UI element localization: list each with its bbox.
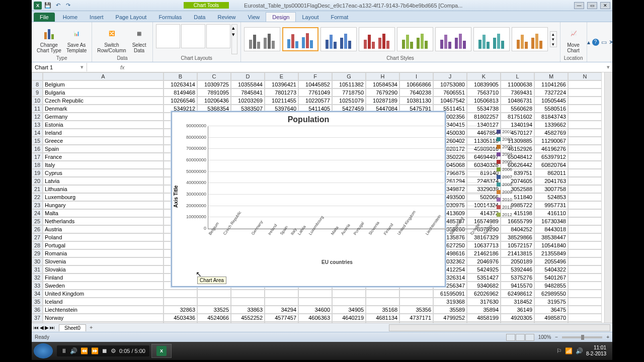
col-header-L[interactable]: L (501, 72, 534, 80)
cell[interactable]: 5404322 (534, 265, 568, 274)
cell[interactable]: 4577457 (265, 314, 298, 322)
cell[interactable]: 81843743 (534, 113, 568, 121)
cell[interactable]: 10445852 (298, 80, 332, 88)
cell[interactable]: 7891095 (197, 88, 231, 97)
tab-data[interactable]: Data (188, 13, 211, 22)
move-chart-button[interactable]: 📈Move Chart (564, 24, 584, 54)
cell[interactable] (366, 298, 399, 306)
cell[interactable]: Slovenia (43, 257, 164, 265)
cell[interactable]: 60820764 (534, 161, 568, 169)
col-header-D[interactable]: D (231, 72, 265, 80)
cell[interactable]: 318452 (501, 298, 534, 306)
cell[interactable]: 10506813 (467, 97, 501, 105)
chart-styles-gallery[interactable]: ▴▾▾ (244, 24, 557, 54)
cell[interactable] (265, 290, 298, 298)
cell[interactable]: 5560628 (501, 105, 534, 113)
cell[interactable]: 34294 (265, 306, 298, 314)
cell[interactable]: Sweden (43, 282, 164, 290)
cell[interactable]: 81802257 (467, 113, 501, 121)
legend-item-2010[interactable]: 2010 (497, 197, 512, 202)
col-header-A[interactable]: A (43, 72, 164, 80)
cell[interactable]: 4606363 (298, 314, 332, 322)
row-header-35[interactable]: 35 (32, 298, 43, 306)
vertical-scrollbar[interactable] (604, 72, 612, 323)
cell[interactable]: 7640238 (399, 88, 433, 97)
cell[interactable]: Denmark (43, 105, 164, 113)
col-header-J[interactable]: J (433, 72, 467, 80)
cell[interactable]: Malta (43, 209, 164, 217)
cell[interactable]: 319368 (433, 298, 467, 306)
cell[interactable]: 7606551 (433, 88, 467, 97)
cell[interactable]: 8443018 (534, 225, 568, 233)
cell[interactable] (231, 290, 265, 298)
row-header-34[interactable]: 34 (32, 290, 43, 298)
embedded-chart[interactable]: Population Axis Title 010000000200000003… (172, 112, 445, 287)
row-header-32[interactable]: 32 (32, 274, 43, 282)
cell[interactable]: 10753080 (433, 80, 467, 88)
chart-style-6[interactable] (435, 27, 471, 51)
cell[interactable]: France (43, 153, 164, 161)
chart-style-4[interactable] (359, 27, 395, 51)
cell[interactable] (399, 298, 433, 306)
cell[interactable]: 319575 (534, 298, 568, 306)
cell[interactable]: 4503436 (164, 314, 197, 322)
chart-style-5[interactable] (397, 27, 433, 51)
cell[interactable]: 10486731 (501, 97, 534, 105)
col-header-B[interactable]: B (164, 72, 197, 80)
row-header-29[interactable]: 29 (32, 249, 43, 257)
tab-view[interactable]: View (242, 13, 266, 22)
cell[interactable]: 7593494 (399, 322, 433, 323)
select-data-button[interactable]: ▦Select Data (129, 24, 149, 54)
workbook-restore-icon[interactable]: ▭ (601, 39, 607, 46)
cell[interactable]: 10505445 (534, 97, 568, 105)
save-icon[interactable]: 💾 (44, 2, 52, 10)
cell[interactable]: Cyprus (43, 169, 164, 177)
legend-item-2003[interactable]: 2003 (497, 144, 512, 149)
row-header-16[interactable]: 16 (32, 145, 43, 153)
cell[interactable]: 4920305 (501, 314, 534, 322)
fx-icon[interactable]: fx (117, 64, 128, 70)
cell[interactable]: 34905 (332, 306, 366, 314)
cell[interactable]: 8149468 (164, 88, 197, 97)
cell[interactable] (332, 298, 366, 306)
cell[interactable]: 35356 (399, 306, 433, 314)
cell[interactable]: 5375276 (501, 274, 534, 282)
cell[interactable]: 524853 (534, 193, 568, 201)
cell[interactable]: 35168 (366, 306, 399, 314)
legend-item-2012[interactable]: 2012 (497, 212, 512, 217)
cell[interactable]: Finland (43, 274, 164, 282)
cell[interactable] (231, 298, 265, 306)
last-sheet-icon[interactable]: ⏭ (50, 325, 55, 330)
legend-item-2002[interactable]: 2002 (497, 137, 512, 142)
cell[interactable]: 7785806 (467, 322, 501, 323)
cell[interactable]: 4985870 (534, 314, 568, 322)
sheet-tab-sheet0[interactable]: Sheet0 (59, 324, 86, 331)
cell[interactable]: Germany (43, 113, 164, 121)
cell[interactable]: 7801273 (265, 88, 298, 97)
cell[interactable]: 4552252 (231, 314, 265, 322)
x-axis-title[interactable]: EU countries (180, 259, 495, 267)
tab-page-layout[interactable]: Page Layout (110, 13, 153, 22)
tab-formulas[interactable]: Formulas (152, 13, 188, 22)
cell[interactable]: 7327224 (534, 88, 568, 97)
cell[interactable]: Belgium (43, 80, 164, 88)
next-sheet-icon[interactable]: ▶ (45, 325, 49, 330)
cell[interactable]: 38538447 (534, 233, 568, 241)
cell[interactable]: 11290067 (534, 137, 568, 145)
legend-item-2011[interactable]: 2011 (497, 205, 512, 210)
cell[interactable]: 4799252 (433, 314, 467, 322)
cell[interactable]: Spain (43, 145, 164, 153)
new-sheet-icon[interactable]: ✦ (89, 325, 93, 330)
cell[interactable]: 5401267 (534, 274, 568, 282)
stop-icon[interactable]: ⏹ (102, 347, 108, 354)
tab-home[interactable]: Home (57, 13, 84, 22)
col-header-C[interactable]: C (197, 72, 231, 80)
tray-network-icon[interactable]: 📶 (565, 347, 573, 354)
cell[interactable]: 10287189 (366, 97, 399, 105)
cell[interactable]: 36149 (501, 306, 534, 314)
col-header-E[interactable]: E (265, 72, 298, 80)
cell[interactable]: 16730348 (534, 217, 568, 225)
legend-item-2007[interactable]: 2007 (497, 174, 512, 179)
cell[interactable] (265, 298, 298, 306)
cell[interactable]: 33863 (231, 306, 265, 314)
